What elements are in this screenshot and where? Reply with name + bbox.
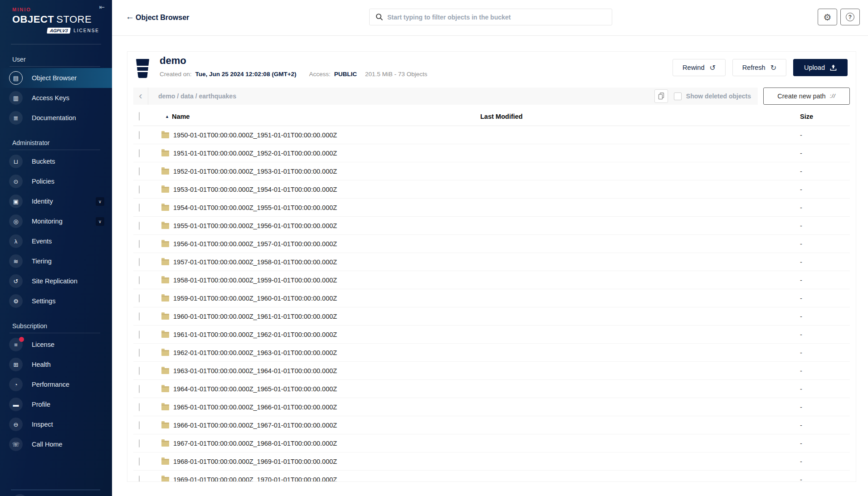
row-checkbox[interactable]: [139, 385, 140, 393]
column-header-size[interactable]: Size: [792, 113, 850, 120]
row-name-cell[interactable]: 1959-01-01T00:00:00.000Z_1960-01-01T00:0…: [151, 295, 480, 302]
rewind-button[interactable]: Rewind↺: [673, 59, 726, 76]
sidebar-item-identity[interactable]: ▣Identity∨: [0, 191, 112, 211]
brand-name: MINIO: [12, 7, 112, 12]
table-row[interactable]: 1967-01-01T00:00:00.000Z_1968-01-01T00:0…: [133, 434, 850, 452]
sidebar-item-performance[interactable]: ◔Performance: [0, 374, 112, 394]
back-arrow-icon[interactable]: ←: [126, 12, 134, 22]
refresh-button[interactable]: Refresh↻: [732, 59, 786, 76]
table-row[interactable]: 1955-01-01T00:00:00.000Z_1956-01-01T00:0…: [133, 217, 850, 235]
column-header-last-modified[interactable]: Last Modified: [480, 113, 792, 120]
row-name-cell[interactable]: 1967-01-01T00:00:00.000Z_1968-01-01T00:0…: [151, 440, 480, 447]
row-name-cell[interactable]: 1953-01-01T00:00:00.000Z_1954-01-01T00:0…: [151, 186, 480, 193]
table-row[interactable]: 1963-01-01T00:00:00.000Z_1964-01-01T00:0…: [133, 362, 850, 380]
row-checkbox[interactable]: [139, 258, 140, 266]
row-checkbox[interactable]: [139, 240, 140, 248]
row-name-cell[interactable]: 1960-01-01T00:00:00.000Z_1961-01-01T00:0…: [151, 313, 480, 320]
table-row[interactable]: 1959-01-01T00:00:00.000Z_1960-01-01T00:0…: [133, 289, 850, 307]
table-row[interactable]: 1951-01-01T00:00:00.000Z_1952-01-01T00:0…: [133, 144, 850, 162]
row-checkbox[interactable]: [139, 204, 140, 212]
help-button[interactable]: ?: [840, 9, 860, 25]
table-row[interactable]: 1954-01-01T00:00:00.000Z_1955-01-01T00:0…: [133, 199, 850, 217]
row-name-cell[interactable]: 1955-01-01T00:00:00.000Z_1956-01-01T00:0…: [151, 222, 480, 229]
table-row[interactable]: 1953-01-01T00:00:00.000Z_1954-01-01T00:0…: [133, 180, 850, 199]
sidebar-item-site-replication[interactable]: ↺Site Replication: [0, 271, 112, 291]
sidebar-item-policies[interactable]: ⊙Policies: [0, 171, 112, 191]
row-name-cell[interactable]: 1969-01-01T00:00:00.000Z_1970-01-01T00:0…: [151, 476, 480, 482]
table-row[interactable]: 1962-01-01T00:00:00.000Z_1963-01-01T00:0…: [133, 344, 850, 362]
sidebar-item-tiering[interactable]: ≋Tiering: [0, 251, 112, 271]
row-name-cell[interactable]: 1962-01-01T00:00:00.000Z_1963-01-01T00:0…: [151, 349, 480, 356]
row-name-cell[interactable]: 1965-01-01T00:00:00.000Z_1966-01-01T00:0…: [151, 404, 480, 411]
show-deleted-checkbox[interactable]: [674, 92, 682, 100]
row-checkbox[interactable]: [139, 476, 140, 482]
sidebar-item-license[interactable]: ≡License: [0, 335, 112, 355]
table-row[interactable]: 1964-01-01T00:00:00.000Z_1965-01-01T00:0…: [133, 380, 850, 398]
sidebar-item-object-browser[interactable]: ▤Object Browser: [0, 68, 112, 88]
sidebar-item-buckets[interactable]: ⊔Buckets: [0, 151, 112, 171]
row-name-cell[interactable]: 1961-01-01T00:00:00.000Z_1962-01-01T00:0…: [151, 331, 480, 338]
row-name-cell[interactable]: 1956-01-01T00:00:00.000Z_1957-01-01T00:0…: [151, 240, 480, 248]
row-name-cell[interactable]: 1968-01-01T00:00:00.000Z_1969-01-01T00:0…: [151, 458, 480, 465]
table-row[interactable]: 1969-01-01T00:00:00.000Z_1970-01-01T00:0…: [133, 471, 850, 482]
sidebar-item-access-keys[interactable]: ▥Access Keys: [0, 88, 112, 108]
row-name-cell[interactable]: 1954-01-01T00:00:00.000Z_1955-01-01T00:0…: [151, 204, 480, 211]
row-checkbox[interactable]: [139, 149, 140, 157]
row-name-cell[interactable]: 1963-01-01T00:00:00.000Z_1964-01-01T00:0…: [151, 367, 480, 374]
row-checkbox[interactable]: [139, 367, 140, 375]
row-checkbox[interactable]: [139, 439, 140, 447]
settings-gear-button[interactable]: ⚙: [818, 9, 837, 25]
row-checkbox[interactable]: [139, 457, 140, 466]
table-row[interactable]: 1952-01-01T00:00:00.000Z_1953-01-01T00:0…: [133, 162, 850, 180]
row-name-cell[interactable]: 1950-01-01T00:00:00.000Z_1951-01-01T00:0…: [151, 131, 480, 139]
row-checkbox[interactable]: [139, 276, 140, 284]
row-checkbox[interactable]: [139, 222, 140, 230]
select-all-checkbox[interactable]: [139, 112, 140, 121]
breadcrumb-row: ‹ demo / data / earthquakes Show deleted…: [133, 88, 850, 105]
row-name-cell[interactable]: 1952-01-01T00:00:00.000Z_1953-01-01T00:0…: [151, 168, 480, 175]
chevron-down-icon[interactable]: ∨: [96, 197, 104, 206]
row-checkbox[interactable]: [139, 167, 140, 175]
row-checkbox[interactable]: [139, 331, 140, 339]
upload-button[interactable]: Upload: [793, 59, 848, 76]
row-checkbox[interactable]: [139, 349, 140, 357]
sidebar-item-health[interactable]: ⊞Health: [0, 355, 112, 374]
sidebar-item-monitoring[interactable]: ◎Monitoring∨: [0, 211, 112, 231]
row-checkbox[interactable]: [139, 131, 140, 139]
table-row[interactable]: 1958-01-01T00:00:00.000Z_1959-01-01T00:0…: [133, 271, 850, 289]
row-name-cell[interactable]: 1957-01-01T00:00:00.000Z_1958-01-01T00:0…: [151, 258, 480, 266]
copy-path-button[interactable]: [654, 89, 668, 103]
sidebar-item-settings[interactable]: ⚙Settings: [0, 291, 112, 311]
table-row[interactable]: 1950-01-01T00:00:00.000Z_1951-01-01T00:0…: [133, 126, 850, 144]
table-row[interactable]: 1965-01-01T00:00:00.000Z_1966-01-01T00:0…: [133, 398, 850, 416]
row-checkbox[interactable]: [139, 421, 140, 429]
row-name-cell[interactable]: 1966-01-01T00:00:00.000Z_1967-01-01T00:0…: [151, 422, 480, 429]
search-input[interactable]: [387, 9, 612, 25]
collapse-sidebar-icon[interactable]: ⇤: [99, 3, 105, 11]
table-row[interactable]: 1956-01-01T00:00:00.000Z_1957-01-01T00:0…: [133, 235, 850, 253]
table-row[interactable]: 1968-01-01T00:00:00.000Z_1969-01-01T00:0…: [133, 452, 850, 471]
row-name-cell[interactable]: 1958-01-01T00:00:00.000Z_1959-01-01T00:0…: [151, 277, 480, 284]
sidebar-item-inspect[interactable]: ⊖Inspect: [0, 414, 112, 434]
sidebar-item-call-home[interactable]: ☏Call Home: [0, 434, 112, 454]
sidebar-item-events[interactable]: λEvents: [0, 231, 112, 251]
sidebar-item-documentation[interactable]: ≣Documentation: [0, 108, 112, 128]
column-header-name[interactable]: ▲ Name: [151, 113, 480, 120]
breadcrumb[interactable]: demo / data / earthquakes: [158, 92, 236, 100]
chevron-down-icon[interactable]: ∨: [96, 217, 104, 226]
table-row[interactable]: 1961-01-01T00:00:00.000Z_1962-01-01T00:0…: [133, 326, 850, 344]
table-row[interactable]: 1966-01-01T00:00:00.000Z_1967-01-01T00:0…: [133, 416, 850, 434]
sidebar-item-label: Events: [32, 238, 52, 245]
row-checkbox[interactable]: [139, 294, 140, 302]
create-new-path-button[interactable]: Create new path://: [763, 88, 850, 105]
row-checkbox[interactable]: [139, 312, 140, 321]
row-name-cell[interactable]: 1964-01-01T00:00:00.000Z_1965-01-01T00:0…: [151, 385, 480, 393]
table-row[interactable]: 1960-01-01T00:00:00.000Z_1961-01-01T00:0…: [133, 307, 850, 326]
row-checkbox[interactable]: [139, 403, 140, 411]
row-checkbox[interactable]: [139, 185, 140, 194]
breadcrumb-back-button[interactable]: ‹: [133, 88, 148, 105]
row-name-cell[interactable]: 1951-01-01T00:00:00.000Z_1952-01-01T00:0…: [151, 150, 480, 157]
table-row[interactable]: 1957-01-01T00:00:00.000Z_1958-01-01T00:0…: [133, 253, 850, 271]
sidebar-item-profile[interactable]: ▬Profile: [0, 394, 112, 414]
profile-icon: ▬: [9, 398, 23, 411]
